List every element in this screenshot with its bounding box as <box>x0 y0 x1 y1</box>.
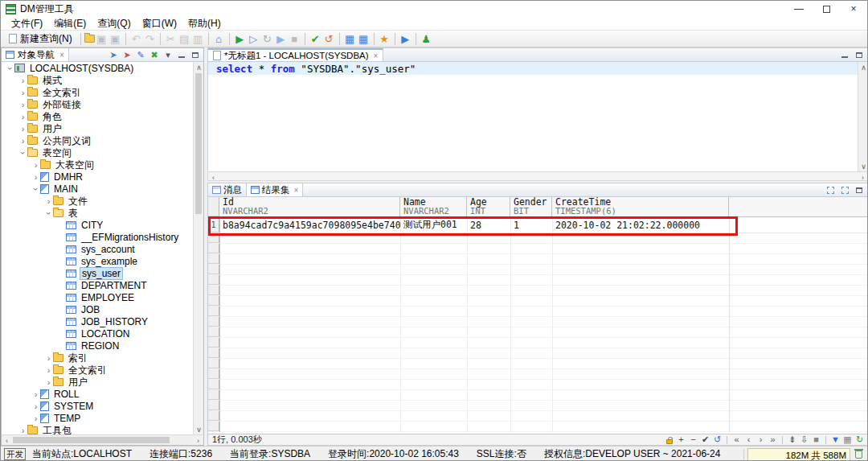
column-header-name[interactable]: NameNVARCHAR2 <box>400 197 467 216</box>
expander-icon[interactable]: › <box>44 353 53 363</box>
step-run-icon[interactable]: ▶ <box>399 32 412 46</box>
new-query-button[interactable]: 新建查询(N) <box>4 31 77 47</box>
sql-editor[interactable]: select * from "SYSDBA"."sys_user" ∧ ∨ <box>207 62 868 171</box>
copy-icon[interactable]: ▤ <box>178 32 191 46</box>
edit-icon[interactable]: ✎ <box>135 49 146 60</box>
garbage-collect-icon[interactable] <box>855 451 862 459</box>
tree-item-24[interactable]: ›索引 <box>2 352 193 364</box>
maximize-view-icon[interactable] <box>854 184 865 196</box>
refresh-grid-icon[interactable]: ↻ <box>854 434 865 445</box>
column-header-createtime[interactable]: CreateTimeTIMESTAMP(6) <box>552 197 729 216</box>
close-icon[interactable]: × <box>374 51 379 60</box>
connect-icon[interactable]: ➤ <box>108 49 119 60</box>
tree-item-1[interactable]: ›模式 <box>2 74 193 86</box>
tree-item-17[interactable]: sys_user <box>2 267 193 279</box>
open-file-icon[interactable] <box>84 35 95 43</box>
tree-item-5[interactable]: ›用户 <box>2 122 193 134</box>
expander-icon[interactable]: › <box>44 196 53 206</box>
expander-icon[interactable]: › <box>44 365 53 375</box>
expander-icon[interactable]: › <box>18 426 27 435</box>
expander-icon[interactable]: › <box>44 377 53 387</box>
scroll-up-icon[interactable]: ∧ <box>194 62 204 72</box>
maximize-editor-icon[interactable] <box>854 49 865 60</box>
expander-icon[interactable]: › <box>31 172 40 182</box>
expander-icon[interactable]: › <box>31 401 40 411</box>
revert-edit-icon[interactable]: ↺ <box>712 434 723 445</box>
tree-item-4[interactable]: ›角色 <box>2 110 193 122</box>
tree-item-8[interactable]: ›大表空间 <box>2 158 193 171</box>
expander-icon[interactable]: › <box>31 414 40 423</box>
menu-item-4[interactable]: 帮助(H) <box>182 17 227 30</box>
restore-view-icon[interactable] <box>825 184 836 196</box>
stop-icon[interactable]: ■ <box>288 32 301 46</box>
save-icon[interactable]: ▣ <box>95 32 108 46</box>
home-icon[interactable]: ⌂ <box>212 32 226 46</box>
expander-icon[interactable]: › <box>31 160 40 170</box>
commit-icon[interactable]: ✔ <box>309 32 322 46</box>
tree-item-6[interactable]: ›公共同义词 <box>2 134 193 146</box>
next-page-icon[interactable]: › <box>755 434 766 445</box>
scrollbar-thumb[interactable] <box>195 73 202 214</box>
column-header-gender[interactable]: GenderBIT <box>510 197 552 216</box>
view-menu-icon[interactable]: ▾ <box>162 49 174 60</box>
tree-item-21[interactable]: JOB_HISTORY <box>2 315 193 327</box>
tree-item-15[interactable]: sys_account <box>2 243 193 255</box>
expander-icon[interactable]: › <box>18 136 27 146</box>
expander-icon[interactable]: › <box>18 112 27 121</box>
expander-icon[interactable]: › <box>18 124 27 134</box>
tree-item-10[interactable]: ›MAIN <box>2 183 193 195</box>
minimize-editor-icon[interactable] <box>839 49 850 60</box>
tree-item-25[interactable]: ›全文索引 <box>2 364 193 376</box>
tree-item-27[interactable]: ›ROLL <box>2 388 193 400</box>
tree-item-9[interactable]: ›DMHR <box>2 171 193 183</box>
tree-item-3[interactable]: ›外部链接 <box>2 98 193 110</box>
close-icon[interactable]: × <box>59 51 64 60</box>
tree-item-23[interactable]: REGION <box>2 340 193 352</box>
tab-query-editor[interactable]: *无标题1 - LOCALHOST(SYSDBA) × <box>208 48 383 61</box>
delete-row-icon[interactable]: − <box>688 434 698 445</box>
menu-item-0[interactable]: 文件(F) <box>6 17 48 30</box>
tree-item-2[interactable]: ›全文索引 <box>2 86 193 98</box>
tree-item-26[interactable]: ›用户 <box>2 376 193 388</box>
explain-plan-icon[interactable]: ▦ <box>343 32 357 46</box>
close-all-icon[interactable]: ✖ <box>149 49 160 60</box>
column-header-id[interactable]: IdNVARCHAR2 <box>219 197 400 216</box>
scroll-right-icon[interactable]: › <box>193 435 203 446</box>
editor-horizontal-scrollbar[interactable]: ‹ › <box>207 171 868 181</box>
expander-icon[interactable]: › <box>18 76 27 85</box>
expander-icon[interactable]: › <box>44 208 54 217</box>
scroll-left-icon[interactable]: ‹ <box>2 435 12 446</box>
tree-vertical-scrollbar[interactable]: ∧ ∨ <box>193 62 203 434</box>
expander-icon[interactable]: › <box>18 100 27 109</box>
menu-item-1[interactable]: 编辑(E) <box>48 17 92 30</box>
scroll-down-icon[interactable]: ∨ <box>858 161 868 171</box>
editor-vertical-scrollbar[interactable]: ∧ ∨ <box>858 62 868 171</box>
tree-item-28[interactable]: ›SYSTEM <box>2 400 193 412</box>
tab-object-navigator[interactable]: 对象导航 × <box>2 48 69 61</box>
tree-item-30[interactable]: ›工具包 <box>2 424 193 434</box>
last-page-icon[interactable]: » <box>768 434 778 445</box>
cut-icon[interactable]: ✂ <box>164 32 178 46</box>
tree-horizontal-scrollbar[interactable]: ‹ › <box>2 434 203 445</box>
prev-page-icon[interactable]: ‹ <box>743 434 754 445</box>
tree-item-19[interactable]: EMPLOYEE <box>2 291 193 303</box>
agent-icon[interactable]: ♟ <box>420 32 433 46</box>
menu-item-2[interactable]: 查询(Q) <box>92 17 136 30</box>
expander-icon[interactable]: › <box>31 389 40 399</box>
save-all-icon[interactable]: ▣ <box>108 32 122 46</box>
redo-icon[interactable]: ↷ <box>143 32 157 46</box>
detach-view-icon[interactable] <box>839 184 850 196</box>
maximize-window-button[interactable] <box>813 1 840 17</box>
tree-item-18[interactable]: DEPARTMENT <box>2 279 193 291</box>
disconnect-icon[interactable]: ➤ <box>121 49 133 60</box>
close-icon[interactable]: × <box>294 186 299 195</box>
minimize-window-button[interactable]: — <box>785 1 813 17</box>
lock-icon[interactable] <box>664 434 674 445</box>
fetch-next-icon[interactable]: ⇟ <box>787 434 797 445</box>
first-page-icon[interactable]: « <box>731 434 742 445</box>
run-icon[interactable]: ▶ <box>233 32 247 46</box>
minimize-icon[interactable] <box>176 49 187 60</box>
run-selection-icon[interactable]: ▷ <box>247 32 260 46</box>
run-script-icon[interactable]: ▶ <box>274 32 288 46</box>
filter-icon[interactable]: ▼ <box>830 434 841 445</box>
